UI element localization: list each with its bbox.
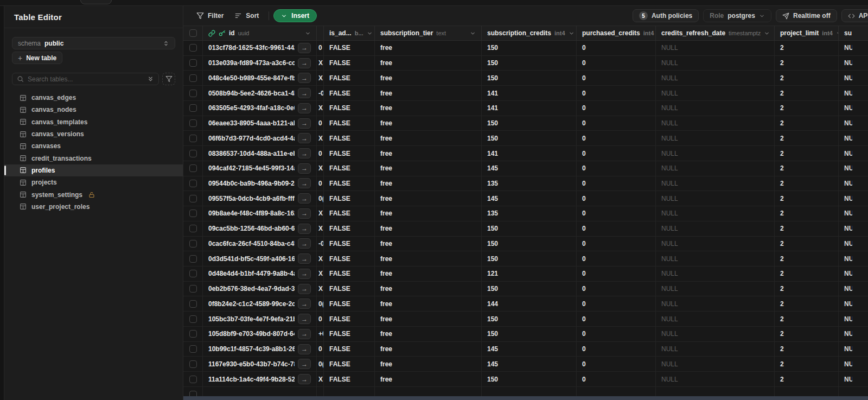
cell-overflow[interactable]: NULL bbox=[839, 327, 868, 341]
cell-overflow[interactable]: NULL bbox=[839, 41, 868, 55]
row-checkbox[interactable] bbox=[189, 180, 197, 187]
cell-credits-refresh-date[interactable]: NULL bbox=[656, 56, 775, 71]
cell-subscription-tier[interactable]: free bbox=[375, 357, 482, 371]
cell-credits-refresh-date[interactable]: NULL bbox=[656, 191, 775, 206]
sidebar-table-item[interactable]: system_settings bbox=[12, 188, 175, 200]
api-docs-button[interactable]: API Do bbox=[841, 9, 868, 22]
cell-subscription-credits[interactable]: 150 bbox=[482, 327, 577, 341]
cell-purchased-credits[interactable]: 0 bbox=[577, 372, 656, 386]
cell-purchased-credits[interactable]: 0 bbox=[577, 357, 656, 371]
expand-row-button[interactable]: → bbox=[298, 148, 311, 158]
cell-subscription-tier[interactable]: free bbox=[375, 86, 482, 100]
cell-purchased-credits[interactable]: 0 bbox=[577, 327, 656, 341]
row-checkbox[interactable] bbox=[189, 300, 197, 308]
cell-id[interactable]: 063505e5-4293-4faf-a18c-0e65b... → bbox=[203, 101, 317, 116]
cell-project-limit[interactable]: 2 bbox=[775, 101, 839, 116]
chevrons-down-icon[interactable] bbox=[147, 75, 154, 82]
row-checkbox[interactable] bbox=[189, 360, 197, 368]
cell-project-limit[interactable]: 2 bbox=[775, 41, 839, 55]
cell-subscription-tier[interactable]: free bbox=[375, 146, 482, 161]
cell-purchased-credits[interactable]: 0 bbox=[577, 131, 656, 145]
expand-row-button[interactable]: → bbox=[298, 88, 311, 98]
search-tables-box[interactable] bbox=[12, 73, 159, 85]
cell-is-admin[interactable]: FALSE bbox=[324, 176, 375, 191]
expand-row-button[interactable]: → bbox=[298, 118, 311, 129]
cell-purchased-credits[interactable]: 0 bbox=[577, 101, 656, 116]
cell-id[interactable]: 013e039a-fd89-473a-a3c6-ccfa9... → bbox=[203, 56, 317, 71]
cell-clipped[interactable]: X bbox=[317, 282, 324, 296]
cell-clipped[interactable]: -0 bbox=[317, 237, 324, 251]
column-header-credits-refresh-date[interactable]: credits_refresh_date timestamptz bbox=[656, 26, 775, 40]
cell-purchased-credits[interactable]: 0 bbox=[577, 221, 656, 236]
cell-purchased-credits[interactable]: 0 bbox=[577, 191, 656, 206]
expand-row-button[interactable]: → bbox=[298, 178, 311, 188]
cell-credits-refresh-date[interactable]: NULL bbox=[656, 357, 775, 371]
cell-purchased-credits[interactable]: 0 bbox=[577, 146, 656, 161]
cell-overflow[interactable]: NULL bbox=[839, 116, 868, 131]
cell-overflow[interactable]: NULL bbox=[839, 221, 868, 236]
sidebar-table-item[interactable]: canvas_versions bbox=[12, 128, 175, 140]
row-checkbox[interactable] bbox=[189, 164, 197, 172]
cell-overflow[interactable]: NULL bbox=[839, 282, 868, 296]
cell-purchased-credits[interactable]: 0 bbox=[577, 176, 656, 191]
expand-row-button[interactable]: → bbox=[298, 163, 311, 174]
sidebar-table-item[interactable]: user_project_roles bbox=[12, 201, 175, 213]
cell-project-limit[interactable]: 2 bbox=[775, 146, 839, 161]
cell-credits-refresh-date[interactable]: NULL bbox=[656, 266, 775, 281]
cell-overflow[interactable]: NULL bbox=[839, 372, 868, 386]
sidebar-table-item[interactable]: profiles bbox=[4, 164, 183, 176]
cell-project-limit[interactable]: 2 bbox=[775, 161, 839, 176]
cell-credits-refresh-date[interactable]: NULL bbox=[656, 206, 775, 221]
cell-is-admin[interactable]: FALSE bbox=[324, 296, 375, 311]
row-checkbox[interactable] bbox=[189, 104, 197, 112]
column-header-project-limit[interactable]: project_limit int4 bbox=[775, 26, 839, 40]
cell-subscription-credits[interactable]: 144 bbox=[482, 296, 577, 311]
cell-overflow[interactable]: NULL bbox=[839, 86, 868, 100]
sidebar-table-item[interactable]: canvas_nodes bbox=[12, 104, 175, 116]
cell-subscription-credits[interactable]: 145 bbox=[482, 191, 577, 206]
row-checkbox[interactable] bbox=[189, 376, 197, 383]
cell-subscription-tier[interactable]: free bbox=[375, 206, 482, 221]
row-checkbox[interactable] bbox=[189, 59, 197, 67]
cell-project-limit[interactable]: 2 bbox=[775, 251, 839, 266]
cell-id[interactable]: 0eb2b676-38ed-4ea7-9dad-38e6... → bbox=[203, 282, 317, 296]
cell-subscription-credits[interactable]: 141 bbox=[482, 86, 577, 100]
cell-subscription-credits[interactable]: 135 bbox=[482, 206, 577, 221]
cell-is-admin[interactable]: FALSE bbox=[324, 237, 375, 251]
cell-is-admin[interactable]: FALSE bbox=[324, 251, 375, 266]
cell-is-admin[interactable]: FALSE bbox=[324, 327, 375, 341]
cell-id[interactable]: 06f6b7d3-977d-4cd0-acd4-4a78... → bbox=[203, 131, 317, 145]
cell-overflow[interactable]: NULL bbox=[839, 101, 868, 116]
cell-overflow[interactable]: NULL bbox=[839, 266, 868, 281]
cell-overflow[interactable]: NULL bbox=[839, 131, 868, 145]
cell-subscription-tier[interactable]: free bbox=[375, 282, 482, 296]
cell-is-admin[interactable]: FALSE bbox=[324, 282, 375, 296]
expand-row-button[interactable]: → bbox=[298, 374, 311, 384]
cell-clipped[interactable]: -0 bbox=[317, 86, 324, 100]
cell-project-limit[interactable]: 2 bbox=[775, 372, 839, 386]
row-checkbox[interactable] bbox=[189, 135, 197, 142]
filter-tables-button[interactable] bbox=[162, 73, 175, 85]
column-header-id[interactable]: id uuid bbox=[203, 26, 317, 40]
cell-overflow[interactable]: NULL bbox=[839, 56, 868, 71]
cell-id[interactable]: 10b99c1f-4857-4c39-a8b1-263b8... → bbox=[203, 342, 317, 357]
chevron-down-icon[interactable] bbox=[305, 30, 311, 36]
cell-overflow[interactable]: NULL bbox=[839, 71, 868, 85]
realtime-toggle-button[interactable]: Realtime off bbox=[776, 9, 837, 22]
cell-subscription-credits[interactable]: 150 bbox=[482, 116, 577, 131]
row-checkbox[interactable] bbox=[189, 195, 197, 202]
cell-id[interactable]: 094caf42-7185-4e45-99f3-14abee... → bbox=[203, 161, 317, 176]
row-checkbox[interactable] bbox=[189, 119, 197, 127]
cell-project-limit[interactable]: 2 bbox=[775, 296, 839, 311]
cell-credits-refresh-date[interactable]: NULL bbox=[656, 312, 775, 326]
expand-row-button[interactable]: → bbox=[298, 269, 311, 279]
expand-row-button[interactable]: → bbox=[298, 103, 311, 113]
cell-clipped[interactable]: 0( bbox=[317, 357, 324, 371]
column-header-subscription-credits[interactable]: subscription_credits int4 bbox=[482, 26, 577, 40]
cell-purchased-credits[interactable]: 0 bbox=[577, 237, 656, 251]
cell-clipped[interactable]: X bbox=[317, 71, 324, 85]
cell-is-admin[interactable]: FALSE bbox=[324, 86, 375, 100]
cell-subscription-tier[interactable]: free bbox=[375, 251, 482, 266]
row-checkbox[interactable] bbox=[189, 44, 197, 52]
row-checkbox[interactable] bbox=[189, 330, 197, 338]
